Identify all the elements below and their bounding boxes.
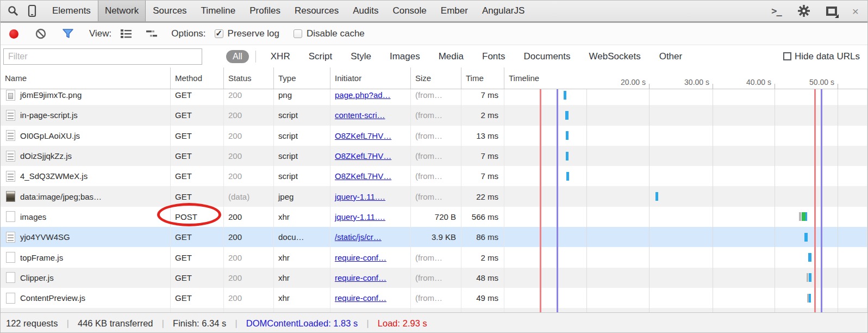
table-row[interactable]: OI0GpLAoiXU.js GET 200 script O8ZKefL7HV…	[1, 126, 867, 146]
timeline-cell	[504, 247, 867, 267]
filter-script-button[interactable]: Script	[299, 51, 341, 62]
tab-resources[interactable]: Resources	[288, 1, 346, 21]
request-time: 49 ms	[461, 288, 504, 308]
request-type: png	[274, 89, 330, 105]
request-time: 566 ms	[461, 207, 504, 227]
disable-cache-option[interactable]: Disable cache	[294, 28, 365, 39]
view-list-icon[interactable]	[120, 29, 132, 39]
filter-funnel-icon[interactable]	[62, 28, 74, 39]
tab-network[interactable]: Network	[98, 1, 146, 21]
initiator-link[interactable]: content-scri…	[335, 110, 385, 120]
tab-audits[interactable]: Audits	[346, 1, 385, 21]
preserve-log-checkbox[interactable]	[215, 29, 223, 38]
tab-angularjs[interactable]: AngularJS	[475, 1, 532, 21]
tab-console[interactable]: Console	[385, 1, 433, 21]
file-icon	[6, 110, 15, 121]
filter-media-button[interactable]: Media	[429, 51, 473, 62]
request-size: (from…	[411, 247, 461, 267]
request-time: 7 ms	[461, 89, 504, 105]
tab-sources[interactable]: Sources	[146, 1, 193, 21]
table-row[interactable]: dOizSjjqkZz.js GET 200 script O8ZKefL7HV…	[1, 146, 867, 166]
initiator-link[interactable]: O8ZKefL7HV…	[335, 131, 391, 140]
filter-websockets-button[interactable]: WebSockets	[580, 51, 650, 62]
load-time: Load: 2.93 s	[378, 318, 427, 329]
column-header-size[interactable]: Size	[411, 67, 461, 89]
initiator-link[interactable]: O8ZKefL7HV…	[335, 151, 391, 161]
close-devtools-icon[interactable]: ×	[852, 5, 859, 17]
inspect-search-icon[interactable]	[7, 5, 19, 17]
dock-side-icon[interactable]	[826, 7, 837, 16]
view-waterfall-icon[interactable]	[145, 29, 158, 39]
record-icon[interactable]	[9, 29, 18, 39]
hide-data-urls-label: Hide data URLs	[795, 51, 860, 62]
request-time: 13 ms	[461, 126, 504, 146]
timeline-cell	[504, 207, 867, 227]
initiator-link[interactable]: page.php?ad…	[335, 90, 391, 100]
initiator-link[interactable]: require-conf…	[335, 273, 386, 282]
view-label: View:	[89, 28, 111, 39]
filter-images-button[interactable]: Images	[380, 51, 429, 62]
hide-data-urls-option[interactable]: Hide data URLs	[783, 51, 860, 62]
table-row[interactable]: in-page-script.js GET 200 script content…	[1, 105, 867, 125]
table-row[interactable]: data:image/jpeg;bas… GET (data) jpeg jqu…	[1, 186, 867, 206]
column-header-name[interactable]: Name	[1, 67, 171, 89]
initiator-link[interactable]: require-conf…	[335, 253, 386, 262]
domcontentloaded-time: DOMContentLoaded: 1.83 s	[246, 318, 358, 329]
file-icon	[6, 293, 15, 304]
column-header-time[interactable]: Time	[461, 67, 504, 89]
table-row[interactable]: j6mE9jimxTc.png GET 200 png page.php?ad……	[1, 89, 867, 105]
table-row[interactable]: 4_SdQ3ZWMeX.js GET 200 script O8ZKefL7HV…	[1, 166, 867, 186]
clear-icon[interactable]	[35, 28, 47, 40]
initiator-link[interactable]: jquery-1.11.…	[335, 212, 385, 221]
initiator-link[interactable]: /static/js/cr…	[335, 232, 382, 242]
request-rows: j6mE9jimxTc.png GET 200 png page.php?ad……	[1, 89, 867, 312]
filter-input[interactable]	[3, 48, 202, 65]
disable-cache-checkbox[interactable]	[294, 29, 302, 38]
hide-data-urls-checkbox[interactable]	[783, 52, 791, 60]
timeline-cell	[504, 308, 867, 312]
table-row[interactable]: Clipper.js GET 200 xhr require-conf… (fr…	[1, 268, 867, 288]
request-method: GET	[171, 105, 224, 125]
console-drawer-icon[interactable]: >_	[771, 5, 781, 16]
filter-fonts-button[interactable]: Fonts	[473, 51, 515, 62]
filter-documents-button[interactable]: Documents	[515, 51, 580, 62]
tab-profiles[interactable]: Profiles	[242, 1, 288, 21]
table-row[interactable]: topFrame.js GET 200 xhr require-conf… (f…	[1, 247, 867, 267]
request-time: 86 ms	[461, 227, 504, 247]
network-toolbar: View: Options: Preserve log Disable cach…	[1, 23, 867, 45]
column-header-initiator[interactable]: Initiator	[330, 67, 411, 89]
initiator-link[interactable]: require-conf…	[335, 293, 386, 303]
table-row[interactable]	[1, 308, 867, 312]
request-size: (from…	[411, 288, 461, 308]
tab-elements[interactable]: Elements	[45, 1, 98, 21]
filter-style-button[interactable]: Style	[341, 51, 380, 62]
tab-timeline[interactable]: Timeline	[194, 1, 243, 21]
column-header-timeline[interactable]: Timeline	[504, 67, 867, 89]
request-status: 200	[224, 207, 274, 227]
timeline-cell	[504, 105, 867, 125]
column-header-type[interactable]: Type	[274, 67, 330, 89]
column-header-status[interactable]: Status	[224, 67, 274, 89]
request-status: 200	[224, 247, 274, 267]
table-row[interactable]: ContentPreview.js GET 200 xhr require-co…	[1, 288, 867, 308]
settings-gear-icon[interactable]	[797, 4, 811, 18]
request-type: xhr	[274, 247, 330, 267]
annotation-red-ellipse	[157, 203, 221, 226]
preserve-log-option[interactable]: Preserve log	[215, 28, 279, 39]
filter-xhr-button[interactable]: XHR	[261, 51, 299, 62]
request-time: 7 ms	[461, 146, 504, 166]
initiator-link[interactable]: O8ZKefL7HV…	[335, 171, 391, 181]
request-size: (from…	[411, 89, 461, 105]
column-header-method[interactable]: Method	[171, 67, 224, 89]
filter-all-button[interactable]: All	[226, 50, 249, 63]
table-row[interactable]: images POST 200 xhr jquery-1.11.… 720 B …	[1, 207, 867, 227]
statusbar-separator: ❘	[364, 318, 371, 328]
timeline-cell	[504, 268, 867, 288]
filter-other-button[interactable]: Other	[650, 51, 692, 62]
device-mode-icon[interactable]	[27, 4, 38, 17]
tab-ember[interactable]: Ember	[434, 1, 475, 21]
initiator-link[interactable]: jquery-1.11.…	[335, 192, 385, 201]
request-status: 200	[224, 227, 274, 247]
table-row[interactable]: yjo4YVW4SG GET 200 docu… /static/js/cr… …	[1, 227, 867, 247]
request-name: dOizSjjqkZz.js	[20, 151, 72, 161]
